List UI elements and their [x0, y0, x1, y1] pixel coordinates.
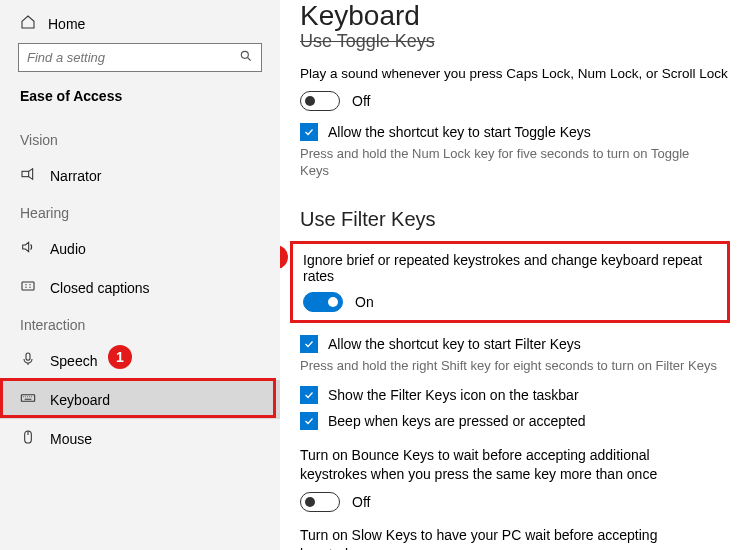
toggle-keys-heading: Use Toggle Keys	[300, 31, 730, 52]
page-title: Keyboard	[300, 0, 730, 32]
filter-keys-shortcut-checkbox[interactable]	[300, 335, 318, 353]
microphone-icon	[20, 351, 36, 370]
annotation-badge-2: 2	[280, 245, 288, 269]
home-icon	[20, 14, 36, 33]
bounce-keys-switch[interactable]	[300, 492, 340, 512]
filter-keys-hint: Press and hold the right Shift key for e…	[300, 357, 730, 375]
svg-rect-4	[21, 395, 34, 402]
sidebar-item-label: Narrator	[50, 168, 101, 184]
filter-keys-description: Ignore brief or repeated keystrokes and …	[303, 252, 717, 284]
toggle-keys-description: Play a sound whenever you press Caps Loc…	[300, 65, 730, 83]
sidebar-item-label: Mouse	[50, 431, 92, 447]
filter-keys-beep-label: Beep when keys are pressed or accepted	[328, 413, 586, 429]
audio-icon	[20, 239, 36, 258]
filter-keys-switch[interactable]	[303, 292, 343, 312]
toggle-keys-switch-label: Off	[352, 93, 370, 109]
toggle-keys-shortcut-checkbox[interactable]	[300, 123, 318, 141]
filter-keys-beep-checkbox[interactable]	[300, 412, 318, 430]
sidebar-item-audio[interactable]: Audio	[0, 229, 280, 268]
sidebar-item-label: Keyboard	[50, 392, 110, 408]
sidebar-item-label: Audio	[50, 241, 86, 257]
bounce-keys-switch-label: Off	[352, 494, 370, 510]
filter-keys-shortcut-label: Allow the shortcut key to start Filter K…	[328, 336, 581, 352]
annotation-highlight-1	[0, 378, 276, 418]
svg-rect-3	[26, 353, 30, 360]
filter-keys-taskbar-label: Show the Filter Keys icon on the taskbar	[328, 387, 579, 403]
sidebar-item-speech[interactable]: Speech 1	[0, 341, 280, 380]
svg-point-0	[241, 51, 248, 58]
sidebar-group-vision: Vision	[0, 122, 280, 156]
sidebar-home[interactable]: Home	[0, 8, 280, 43]
bounce-keys-description: Turn on Bounce Keys to wait before accep…	[300, 446, 710, 484]
main-panel: Keyboard Use Toggle Keys Play a sound wh…	[280, 0, 750, 550]
filter-keys-switch-label: On	[355, 294, 374, 310]
keyboard-icon	[20, 390, 36, 409]
toggle-keys-hint: Press and hold the Num Lock key for five…	[300, 145, 700, 180]
svg-rect-1	[22, 171, 29, 176]
slow-keys-description: Turn on Slow Keys to have your PC wait b…	[300, 526, 720, 550]
narrator-icon	[20, 166, 36, 185]
search-icon	[239, 49, 253, 66]
sidebar-item-keyboard[interactable]: Keyboard	[0, 380, 280, 419]
filter-keys-taskbar-checkbox[interactable]	[300, 386, 318, 404]
sidebar-group-hearing: Hearing	[0, 195, 280, 229]
sidebar-item-label: Speech	[50, 353, 97, 369]
filter-keys-heading: Use Filter Keys	[300, 208, 730, 231]
search-input[interactable]	[27, 50, 239, 65]
sidebar-item-narrator[interactable]: Narrator	[0, 156, 280, 195]
sidebar-group-interaction: Interaction	[0, 307, 280, 341]
toggle-keys-switch[interactable]	[300, 91, 340, 111]
svg-rect-2	[22, 282, 34, 290]
annotation-badge-1: 1	[108, 345, 132, 369]
sidebar-home-label: Home	[48, 16, 85, 32]
sidebar: Home Ease of Access Vision Narrator Hear…	[0, 0, 280, 550]
sidebar-item-closed-captions[interactable]: Closed captions	[0, 268, 280, 307]
toggle-keys-shortcut-label: Allow the shortcut key to start Toggle K…	[328, 124, 591, 140]
annotation-highlight-2: Ignore brief or repeated keystrokes and …	[290, 241, 730, 323]
sidebar-item-mouse[interactable]: Mouse	[0, 419, 280, 458]
search-input-wrap[interactable]	[18, 43, 262, 72]
sidebar-category-title: Ease of Access	[0, 82, 280, 120]
sidebar-item-label: Closed captions	[50, 280, 150, 296]
closed-captions-icon	[20, 278, 36, 297]
mouse-icon	[20, 429, 36, 448]
